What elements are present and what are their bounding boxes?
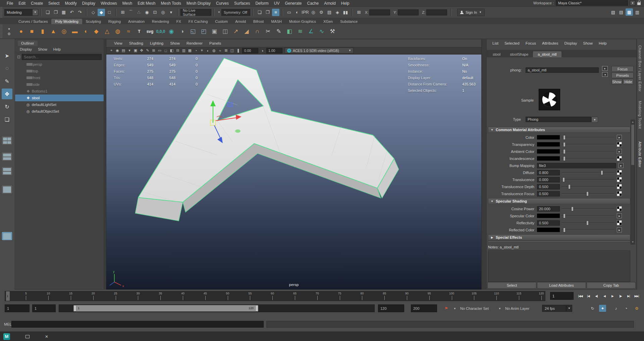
slider-handle[interactable] bbox=[563, 135, 566, 140]
outliner-item-defaultlightset[interactable]: ◎defaultLightSet bbox=[15, 101, 104, 108]
symmetry-field[interactable]: Symmetry: Off bbox=[221, 9, 250, 16]
gate-mask-icon[interactable]: ◧ bbox=[169, 48, 175, 53]
slider-handle[interactable] bbox=[571, 207, 574, 211]
shelf-tab-rendering[interactable]: Rendering bbox=[148, 19, 173, 24]
presets-button[interactable]: Presets bbox=[611, 72, 634, 78]
color-swatch[interactable] bbox=[537, 142, 560, 147]
animation-end-field[interactable]: 200 bbox=[411, 304, 437, 312]
node-name-field[interactable]: a_stool_mtl bbox=[526, 67, 599, 73]
xray-icon[interactable]: ◫ bbox=[229, 48, 235, 53]
shelf-tab-motion-graphics[interactable]: Motion Graphics bbox=[285, 19, 320, 24]
connection-map-button[interactable]: ▸ bbox=[617, 149, 622, 154]
shelf-tab-fx-caching[interactable]: FX Caching bbox=[185, 19, 211, 24]
live-surface-field[interactable]: No Live Surface bbox=[180, 9, 211, 16]
attr-value-field[interactable]: 0.500 bbox=[537, 184, 560, 189]
pause-viewport-icon[interactable]: ▮▮ bbox=[342, 9, 349, 16]
attribute-scrollbar[interactable]: ▲ ▼ bbox=[631, 120, 635, 244]
input-field-mode-icon[interactable]: ⊞ bbox=[355, 9, 363, 16]
outliner-item-stool[interactable]: ❖stool bbox=[15, 95, 104, 101]
layout-current[interactable] bbox=[2, 232, 12, 240]
shelf-tab-mash[interactable]: MASH bbox=[267, 19, 285, 24]
shelf-tab-custom[interactable]: Custom bbox=[211, 19, 231, 24]
attr-slider[interactable] bbox=[561, 177, 614, 182]
anim-layer-arrow-icon[interactable]: ▼ bbox=[498, 305, 501, 312]
texture-map-button[interactable] bbox=[617, 184, 622, 189]
shelf-tab-xgen[interactable]: XGen bbox=[320, 19, 336, 24]
pan-zoom-icon[interactable]: ✥ bbox=[139, 48, 145, 53]
focus-button[interactable]: Focus bbox=[611, 66, 634, 72]
ae-menu-help[interactable]: Help bbox=[596, 41, 610, 45]
clipped-section-header[interactable] bbox=[488, 241, 630, 242]
texture-map-button[interactable] bbox=[617, 206, 622, 211]
scale-tool[interactable]: ❏ bbox=[2, 114, 12, 125]
section-special-effects[interactable]: ▶Special Effects bbox=[488, 234, 630, 240]
outliner-menu-help[interactable]: Help bbox=[51, 47, 64, 52]
connection-map-button[interactable]: ▸ bbox=[619, 163, 624, 168]
menu-generate[interactable]: Generate bbox=[282, 0, 304, 7]
multisample-icon[interactable]: ⊠ bbox=[223, 48, 229, 53]
interactive-creation-icon[interactable]: ≡ bbox=[272, 9, 279, 16]
go-to-start-button[interactable]: |◀◀ bbox=[576, 292, 584, 300]
scroll-up-icon[interactable]: ▲ bbox=[631, 120, 635, 124]
viewport-menu-view[interactable]: View bbox=[111, 41, 125, 45]
outliner-search-input[interactable] bbox=[22, 54, 102, 60]
input-connection-icon[interactable]: ▸ bbox=[602, 66, 608, 71]
layout-four-pane[interactable] bbox=[2, 136, 12, 145]
menu-display[interactable]: Display bbox=[79, 0, 98, 7]
new-scene-icon[interactable]: ❏ bbox=[44, 9, 51, 16]
lighting-icon[interactable]: ☀ bbox=[199, 48, 205, 53]
smooth-icon[interactable]: ≋ bbox=[295, 26, 305, 37]
section-common-material-attributes[interactable]: ▼Common Material Attributes bbox=[488, 127, 630, 133]
slider-handle[interactable] bbox=[563, 149, 566, 154]
color-swatch[interactable] bbox=[537, 135, 560, 139]
type-select[interactable]: Phong bbox=[526, 117, 591, 122]
menu-modify[interactable]: Modify bbox=[62, 0, 79, 7]
attr-value-field[interactable]: 20.000 bbox=[537, 206, 560, 212]
mirror-icon[interactable]: ◧ bbox=[284, 26, 294, 37]
snap-projected-center-icon[interactable]: ◉ bbox=[143, 9, 151, 16]
layout-single-pane[interactable] bbox=[2, 185, 12, 193]
notes-textarea[interactable] bbox=[488, 250, 630, 282]
ae-menu-show[interactable]: Show bbox=[580, 41, 596, 45]
attribute-splitter[interactable] bbox=[482, 39, 486, 290]
shelf-tab-arnold[interactable]: Arnold bbox=[231, 19, 250, 24]
poly-cube-icon[interactable]: ■ bbox=[27, 26, 37, 37]
ae-menu-list[interactable]: List bbox=[489, 41, 501, 45]
workspace-select[interactable]: Maya Classic* bbox=[556, 0, 628, 6]
type-xyz-icon[interactable]: 0,0,0 bbox=[156, 26, 166, 37]
viewport-menu-lighting[interactable]: Lighting bbox=[147, 41, 166, 45]
attr-slider[interactable] bbox=[561, 228, 614, 232]
safe-action-icon[interactable]: ▥ bbox=[181, 48, 187, 53]
slider-handle[interactable] bbox=[563, 228, 566, 232]
ae-menu-display[interactable]: Display bbox=[561, 41, 580, 45]
range-slider[interactable]: 1 120 bbox=[59, 304, 375, 312]
playback-range-bar[interactable]: 1 120 bbox=[73, 305, 258, 311]
lock-workspace-icon[interactable] bbox=[637, 2, 641, 5]
color-swatch[interactable] bbox=[537, 156, 560, 161]
time-slider-track[interactable]: 1 51015202530354045505560657075808590951… bbox=[5, 291, 545, 301]
step-forward-key-button[interactable]: |▶ bbox=[616, 292, 625, 300]
snap-view-plane-icon[interactable]: ⊡ bbox=[151, 9, 159, 16]
shelf-tab-bifrost[interactable]: Bifrost bbox=[250, 19, 267, 24]
material-sample-swatch[interactable] bbox=[539, 89, 560, 110]
image-plane-icon[interactable]: ▣ bbox=[132, 48, 139, 53]
construction-history-icon[interactable]: ❏ bbox=[256, 9, 263, 16]
slider-handle[interactable] bbox=[563, 214, 566, 218]
attr-value-field[interactable]: 0.000 bbox=[537, 177, 560, 182]
menu-windows[interactable]: Windows bbox=[98, 0, 120, 7]
combine-icon[interactable]: ▣ bbox=[209, 26, 219, 37]
type-select-arrow-icon[interactable]: ▼ bbox=[591, 117, 598, 123]
menu-create[interactable]: Create bbox=[28, 0, 46, 7]
snap-curve-icon[interactable]: ⌒ bbox=[127, 9, 135, 16]
menu-mesh-display[interactable]: Mesh Display bbox=[184, 0, 213, 7]
attr-value-field[interactable]: 0.500 bbox=[537, 220, 560, 226]
poly-disc-icon[interactable]: ◖ bbox=[80, 26, 91, 37]
ae-menu-selected[interactable]: Selected bbox=[501, 41, 523, 45]
ae-tab-stool[interactable]: stool bbox=[488, 51, 505, 57]
type-tool-icon[interactable]: T bbox=[134, 26, 144, 37]
menu-edit[interactable]: Edit bbox=[16, 0, 28, 7]
resolution-gate-icon[interactable]: □ bbox=[163, 48, 169, 53]
attribute-editor-toggle-icon[interactable]: ▦ bbox=[626, 8, 633, 16]
section-specular-shading[interactable]: ▼Specular Shading bbox=[488, 198, 630, 204]
range-start-handle[interactable] bbox=[73, 305, 76, 311]
